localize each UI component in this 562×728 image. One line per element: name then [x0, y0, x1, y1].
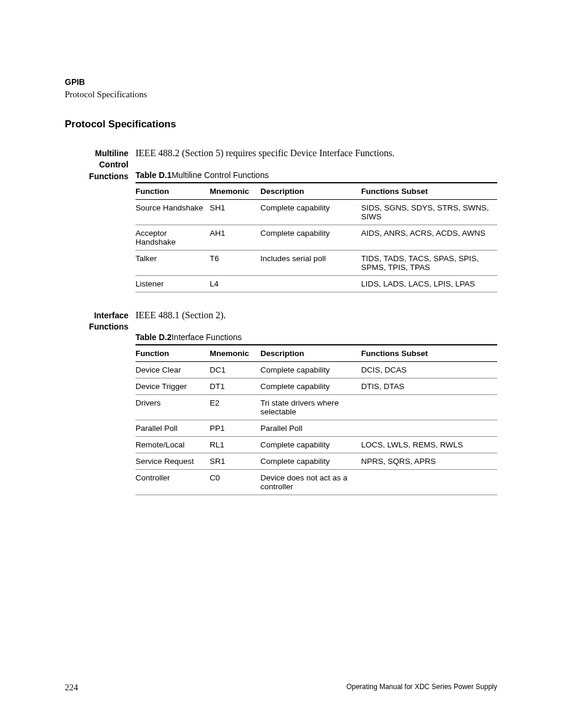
- table-row: Service RequestSR1Complete capabilityNPR…: [135, 453, 497, 469]
- table-cell: Complete capability: [260, 361, 361, 378]
- table-row: DriversE2Tri state drivers where selecta…: [135, 394, 497, 420]
- table-cell: [260, 275, 361, 292]
- table-cell: PP1: [210, 420, 260, 436]
- section-body: IEEE 488.2 (Section 5) requires specific…: [135, 148, 497, 292]
- table-cell: Service Request: [135, 453, 210, 469]
- table-cell: Complete capability: [260, 225, 361, 250]
- table-body-0: Source HandshakeSH1Complete capabilitySI…: [135, 199, 497, 292]
- header-chapter: GPIB: [65, 77, 497, 88]
- th-description: Description: [260, 345, 361, 362]
- table-cell: [361, 420, 497, 436]
- table-cell: Complete capability: [260, 453, 361, 469]
- table-header-row: Function Mnemonic Description Functions …: [135, 345, 497, 362]
- table-cell: LIDS, LADS, LACS, LPIS, LPAS: [361, 275, 497, 292]
- table-cell: SR1: [210, 453, 260, 469]
- table-body-1: Device ClearDC1Complete capabilityDCIS, …: [135, 361, 497, 495]
- table-caption-text: Interface Functions: [171, 332, 242, 342]
- table-cell: C0: [210, 469, 260, 495]
- table-cell: AH1: [210, 225, 260, 250]
- table-row: Device TriggerDT1Complete capabilityDTIS…: [135, 378, 497, 394]
- table-cell: Listener: [135, 275, 210, 292]
- table-cell: Tri state drivers where selectable: [260, 394, 361, 420]
- table-cell: Complete capability: [260, 378, 361, 394]
- table-caption: Table D.1Multiline Control Functions: [135, 170, 497, 180]
- table-cell: DC1: [210, 361, 260, 378]
- th-subset: Functions Subset: [361, 345, 497, 362]
- table-cell: L4: [210, 275, 260, 292]
- table-cell: E2: [210, 394, 260, 420]
- table-cell: Device Trigger: [135, 378, 210, 394]
- th-mnemonic: Mnemonic: [210, 345, 260, 362]
- table-cell: NPRS, SQRS, APRS: [361, 453, 497, 469]
- table-cell: LOCS, LWLS, REMS, RWLS: [361, 436, 497, 453]
- section-multiline: Multiline Control Functions IEEE 488.2 (…: [65, 148, 497, 292]
- th-function: Function: [135, 345, 210, 362]
- table-row: TalkerT6Includes serial pollTIDS, TADS, …: [135, 250, 497, 275]
- th-subset: Functions Subset: [361, 183, 497, 200]
- table-row: Source HandshakeSH1Complete capabilitySI…: [135, 199, 497, 225]
- table-cell: DTIS, DTAS: [361, 378, 497, 394]
- table-cell: TIDS, TADS, TACS, SPAS, SPIS, SPMS, TPIS…: [361, 250, 497, 275]
- table-cell: Acceptor Handshake: [135, 225, 210, 250]
- running-header: GPIB Protocol Specifications: [65, 77, 497, 101]
- footer: 224 Operating Manual for XDC Series Powe…: [65, 683, 497, 693]
- header-section: Protocol Specifications: [65, 88, 497, 101]
- footer-text: Operating Manual for XDC Series Power Su…: [346, 683, 497, 693]
- page-number: 224: [65, 683, 78, 693]
- page: GPIB Protocol Specifications Protocol Sp…: [0, 0, 562, 728]
- table-caption-text: Multiline Control Functions: [171, 170, 269, 180]
- table-cell: SIDS, SGNS, SDYS, STRS, SWNS, SIWS: [361, 199, 497, 225]
- section-interface: Interface Functions IEEE 488.1 (Section …: [65, 310, 497, 495]
- table-caption-label: Table D.2: [135, 332, 171, 342]
- table-row: ControllerC0Device does not act as a con…: [135, 469, 497, 495]
- table-interface: Function Mnemonic Description Functions …: [135, 344, 497, 495]
- table-cell: T6: [210, 250, 260, 275]
- table-cell: RL1: [210, 436, 260, 453]
- table-row: Remote/LocalRL1Complete capabilityLOCS, …: [135, 436, 497, 453]
- table-multiline: Function Mnemonic Description Functions …: [135, 182, 497, 292]
- th-mnemonic: Mnemonic: [210, 183, 260, 200]
- table-row: Device ClearDC1Complete capabilityDCIS, …: [135, 361, 497, 378]
- table-cell: Device does not act as a controller: [260, 469, 361, 495]
- table-caption-label: Table D.1: [135, 170, 171, 180]
- table-cell: Drivers: [135, 394, 210, 420]
- table-cell: Includes serial poll: [260, 250, 361, 275]
- table-cell: DT1: [210, 378, 260, 394]
- table-cell: Complete capability: [260, 199, 361, 225]
- table-header-row: Function Mnemonic Description Functions …: [135, 183, 497, 200]
- table-cell: Device Clear: [135, 361, 210, 378]
- table-cell: Controller: [135, 469, 210, 495]
- side-label-multiline: Multiline Control Functions: [65, 148, 135, 292]
- table-cell: Talker: [135, 250, 210, 275]
- th-function: Function: [135, 183, 210, 200]
- table-row: ListenerL4LIDS, LADS, LACS, LPIS, LPAS: [135, 275, 497, 292]
- table-cell: Parallel Poll: [135, 420, 210, 436]
- table-cell: AIDS, ANRS, ACRS, ACDS, AWNS: [361, 225, 497, 250]
- table-cell: Source Handshake: [135, 199, 210, 225]
- body-text: IEEE 488.2 (Section 5) requires specific…: [135, 148, 497, 159]
- side-label-interface: Interface Functions: [65, 310, 135, 495]
- table-cell: Parallel Poll: [260, 420, 361, 436]
- table-row: Acceptor HandshakeAH1Complete capability…: [135, 225, 497, 250]
- table-cell: SH1: [210, 199, 260, 225]
- page-title: Protocol Specifications: [65, 118, 497, 130]
- table-caption: Table D.2Interface Functions: [135, 332, 497, 342]
- table-cell: [361, 469, 497, 495]
- body-text: IEEE 488.1 (Section 2).: [135, 310, 497, 321]
- table-cell: [361, 394, 497, 420]
- section-body: IEEE 488.1 (Section 2). Table D.2Interfa…: [135, 310, 497, 495]
- th-description: Description: [260, 183, 361, 200]
- table-row: Parallel PollPP1Parallel Poll: [135, 420, 497, 436]
- table-cell: DCIS, DCAS: [361, 361, 497, 378]
- table-cell: Remote/Local: [135, 436, 210, 453]
- table-cell: Complete capability: [260, 436, 361, 453]
